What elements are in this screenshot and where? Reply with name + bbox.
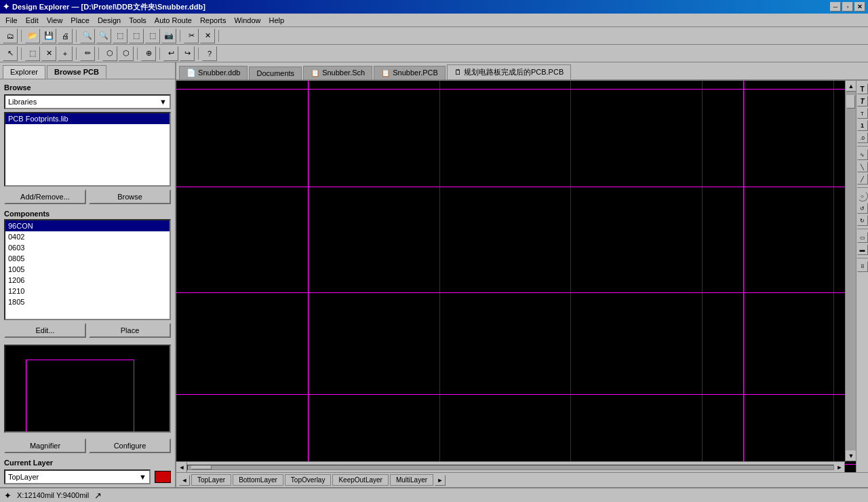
comp-item-1005[interactable]: 1005	[5, 264, 170, 275]
tab-browse-pcb[interactable]: Browse PCB	[47, 65, 106, 79]
layer-tab-multilayer[interactable]: MultiLayer	[390, 474, 433, 486]
rt-btn-num[interactable]: 1	[857, 120, 868, 131]
tb2-sep-4	[137, 47, 138, 60]
menu-file[interactable]: File	[1, 15, 22, 26]
layer-tab-keepout[interactable]: KeepOutLayer	[332, 474, 389, 486]
comp-item-1805[interactable]: 1805	[5, 296, 170, 307]
rt-btn-rotate-cw[interactable]: ↻	[857, 215, 868, 226]
layer-color-swatch[interactable]	[155, 471, 171, 483]
tb-target[interactable]: ⊕	[141, 46, 156, 61]
minimize-button[interactable]: ─	[830, 2, 841, 12]
layer-dropdown[interactable]: TopLayer ▼	[4, 469, 151, 484]
add-remove-button[interactable]: Add/Remove...	[4, 189, 86, 204]
rt-btn-t3[interactable]: T	[857, 108, 868, 119]
rt-btn-diag1[interactable]: ╲	[857, 161, 868, 172]
layer-label: Current Layer	[4, 459, 171, 467]
components-list[interactable]: 96CON 0402 0603 0805 1005 1206 1210 1805	[4, 219, 171, 320]
doc-tab-snubber-sch[interactable]: 📋 Snubber.Sch	[303, 66, 372, 79]
doc-tab-snubber-ddb[interactable]: 📄 Snubber.ddb	[179, 66, 248, 79]
tb-design-explorer[interactable]: 🗂	[3, 28, 18, 43]
comp-item-0603[interactable]: 0603	[5, 242, 170, 253]
tb-rect-select[interactable]: ⬚	[25, 46, 40, 61]
tb-cross-cursor[interactable]: +	[58, 46, 73, 61]
tb-open[interactable]: 📂	[25, 28, 40, 43]
tb-zoom-area[interactable]: ⬚	[113, 28, 127, 43]
tb-pen[interactable]: ✏	[80, 46, 95, 61]
close-button[interactable]: ✕	[854, 2, 865, 12]
doc-tab-documents[interactable]: Documents	[249, 66, 302, 79]
pcb-canvas-container[interactable]: ▲ ▼ T T T 1 .0 ∿ ╲ ╱ ○ ↺ ↻	[176, 81, 868, 472]
configure-button[interactable]: Configure	[89, 438, 171, 453]
board-vline-2	[743, 81, 744, 472]
rt-btn-fill[interactable]: ▬	[857, 244, 868, 255]
menu-window[interactable]: Window	[230, 15, 264, 26]
rt-btn-rotate-ccw[interactable]: ↺	[857, 203, 868, 214]
comp-item-0805[interactable]: 0805	[5, 253, 170, 264]
tb-save[interactable]: 💾	[41, 28, 56, 43]
menu-reports[interactable]: Reports	[196, 15, 231, 26]
tb-zoom-out[interactable]: 🔍	[96, 28, 111, 43]
menu-view[interactable]: View	[43, 15, 67, 26]
doc-tab-pcb-active[interactable]: 🗒 规划电路板完成后的PCB.PCB	[447, 64, 571, 79]
component-preview	[4, 345, 171, 433]
tb-redraw[interactable]: 📷	[161, 28, 176, 43]
tab-explorer[interactable]: Explorer	[3, 65, 45, 79]
menu-place[interactable]: Place	[66, 15, 94, 26]
layer-tab-topoverlay[interactable]: TopOverlay	[285, 474, 332, 486]
scroll-up-button[interactable]: ▲	[846, 81, 856, 92]
place-button[interactable]: Place	[89, 323, 171, 338]
restore-button[interactable]: ▫	[842, 2, 853, 12]
scroll-thumb-v[interactable]	[846, 95, 855, 109]
library-list[interactable]: PCB Footprints.lib	[4, 112, 171, 187]
tb-move[interactable]: ✕	[41, 46, 56, 61]
pcb-canvas[interactable]	[176, 81, 868, 472]
comp-item-1210[interactable]: 1210	[5, 286, 170, 296]
scroll-down-button[interactable]: ▼	[846, 450, 856, 461]
rt-btn-rect[interactable]: ▭	[857, 232, 868, 243]
tb-pad[interactable]: ⬡	[102, 46, 117, 61]
edit-button[interactable]: Edit...	[4, 323, 86, 338]
vertical-scrollbar[interactable]: ▲ ▼	[845, 81, 856, 461]
tb-via[interactable]: ⬡	[119, 46, 134, 61]
tb-zoom-full[interactable]: ⬚	[129, 28, 144, 43]
comp-item-1206[interactable]: 1206	[5, 275, 170, 286]
horizontal-scrollbar[interactable]: ◄ ►	[176, 461, 845, 472]
tb-help[interactable]: ?	[202, 46, 217, 61]
tb-zoom-in[interactable]: 🔍	[80, 28, 95, 43]
tb-arrow[interactable]: ↖	[3, 46, 18, 61]
rt-btn-circle[interactable]: ○	[857, 191, 868, 201]
scroll-right-button[interactable]: ►	[834, 462, 845, 473]
tb-cross[interactable]: ✕	[200, 28, 215, 43]
rt-btn-diag2[interactable]: ╱	[857, 174, 868, 185]
rt-btn-t1[interactable]: T	[857, 83, 868, 94]
menu-auto-route[interactable]: Auto Route	[151, 15, 196, 26]
layer-scroll-left[interactable]: ◄	[179, 475, 190, 486]
menu-help[interactable]: Help	[265, 15, 289, 26]
tb-redo[interactable]: ↪	[180, 46, 195, 61]
scroll-left-button[interactable]: ◄	[176, 462, 187, 473]
browse-dropdown[interactable]: Libraries ▼	[4, 94, 171, 109]
tb-print[interactable]: 🖨	[58, 28, 73, 43]
rt-btn-grid[interactable]: ⠿	[857, 261, 868, 272]
layer-scroll-right[interactable]: ►	[435, 475, 446, 486]
menu-edit[interactable]: Edit	[22, 15, 43, 26]
magnifier-button[interactable]: Magnifier	[4, 438, 86, 453]
rt-btn-wave[interactable]: ∿	[857, 149, 868, 160]
tb-cut[interactable]: ✂	[184, 28, 199, 43]
rt-sep-1	[857, 146, 868, 147]
tb-zoom-doc[interactable]: ⬚	[145, 28, 160, 43]
rt-btn-decimal[interactable]: .0	[857, 132, 868, 143]
library-item[interactable]: PCB Footprints.lib	[5, 113, 170, 124]
browse-button[interactable]: Browse	[89, 189, 171, 204]
menu-design[interactable]: Design	[94, 15, 125, 26]
menu-tools[interactable]: Tools	[125, 15, 151, 26]
layer-tab-toplayer[interactable]: TopLayer	[191, 474, 231, 486]
comp-item-96con[interactable]: 96CON	[5, 220, 170, 231]
tb-undo[interactable]: ↩	[163, 46, 178, 61]
scroll-thumb-h[interactable]	[191, 465, 212, 469]
status-bar: ✦ X:12140mil Y:9400mil ↗	[0, 487, 868, 502]
layer-tab-bottomlayer[interactable]: BottomLayer	[233, 474, 283, 486]
doc-tab-snubber-pcb[interactable]: 📋 Snubber.PCB	[374, 66, 446, 79]
rt-btn-t2[interactable]: T	[857, 96, 868, 107]
comp-item-0402[interactable]: 0402	[5, 231, 170, 242]
